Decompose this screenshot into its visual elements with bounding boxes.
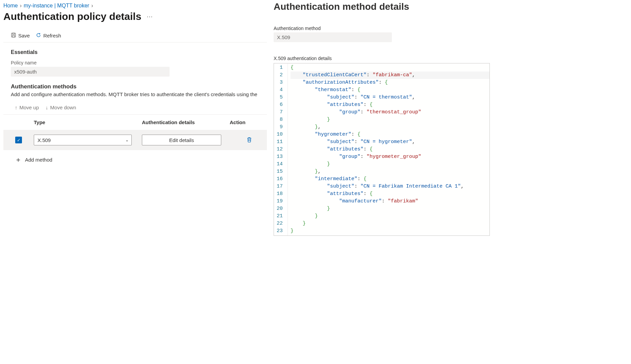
col-auth-details: Authentication details (142, 119, 230, 125)
refresh-icon (36, 32, 41, 39)
json-editor[interactable]: 1234567891011121314151617181920212223 { … (274, 63, 490, 236)
auth-methods-heading: Authentication methods (3, 83, 267, 91)
code-body[interactable]: { "trustedClientCaCert": "fabrikam-ca", … (288, 63, 489, 235)
chevron-down-icon: ⌄ (125, 138, 129, 142)
breadcrumb: Home › my-instance | MQTT broker › (3, 0, 267, 9)
edit-details-label: Edit details (169, 137, 194, 143)
arrow-down-icon: ↓ (46, 105, 48, 110)
x509-details-label: X.509 authentication details (274, 56, 628, 63)
table-row: ✓ X.509 ⌄ Edit details (3, 130, 267, 150)
type-dropdown-value: X.509 (37, 137, 51, 143)
line-gutter: 1234567891011121314151617181920212223 (274, 63, 288, 235)
svg-rect-1 (12, 33, 15, 34)
move-down-label: Move down (50, 105, 76, 110)
save-icon (11, 32, 16, 39)
toolbar: Save Refresh (3, 29, 267, 43)
policy-name-value: x509-auth (11, 67, 170, 77)
auth-method-label: Authentication method (274, 26, 628, 32)
plus-icon: ＋ (15, 156, 22, 163)
chevron-right-icon: › (20, 3, 22, 9)
type-dropdown[interactable]: X.509 ⌄ (34, 135, 132, 145)
page-title: Authentication policy details (3, 11, 141, 22)
edit-details-button[interactable]: Edit details (142, 135, 221, 145)
refresh-button[interactable]: Refresh (36, 32, 61, 39)
svg-rect-2 (12, 35, 15, 37)
svg-rect-0 (11, 33, 16, 37)
breadcrumb-instance[interactable]: my-instance | MQTT broker (24, 3, 89, 9)
auth-methods-desc: Add and configure authentication methods… (3, 91, 267, 103)
move-up-button[interactable]: ↑ Move up (15, 105, 39, 110)
save-label: Save (18, 33, 30, 38)
auth-method-value: X.509 (274, 32, 392, 42)
trash-icon (246, 137, 252, 144)
move-down-button[interactable]: ↓ Move down (46, 105, 76, 110)
right-panel-title: Authentication method details (274, 0, 628, 26)
add-method-label: Add method (25, 157, 52, 163)
move-up-label: Move up (20, 105, 39, 110)
refresh-label: Refresh (43, 33, 61, 38)
chevron-right-icon: › (91, 3, 93, 9)
policy-name-label: Policy name (3, 60, 267, 67)
arrow-up-icon: ↑ (15, 105, 18, 110)
col-action: Action (230, 119, 267, 125)
essentials-heading: Essentials (3, 49, 267, 60)
more-actions-icon[interactable]: ··· (147, 13, 153, 20)
row-checkbox[interactable]: ✓ (15, 137, 22, 143)
breadcrumb-home[interactable]: Home (3, 3, 18, 9)
methods-table: Type Authentication details Action ✓ X.5… (3, 115, 267, 150)
delete-row-button[interactable] (230, 137, 267, 144)
add-method-button[interactable]: ＋ Add method (3, 150, 267, 163)
save-button[interactable]: Save (11, 32, 30, 39)
col-type: Type (34, 119, 142, 125)
